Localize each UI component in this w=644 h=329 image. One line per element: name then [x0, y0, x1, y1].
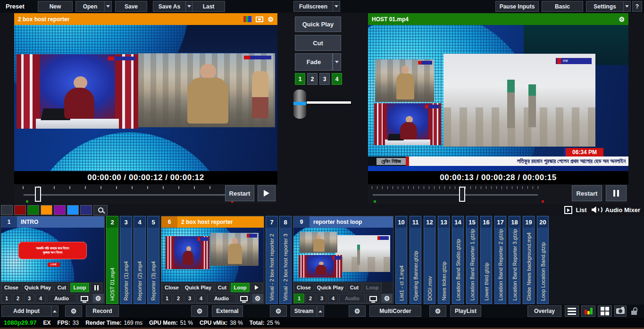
basic-button[interactable]: Basic [542, 1, 583, 12]
input-panel-6[interactable]: 6 2 box host reporter Close Quick Play C… [161, 216, 264, 304]
add-input-button[interactable]: Add Input [1, 305, 51, 317]
t-bar-track[interactable] [306, 101, 351, 104]
swatch-purple[interactable] [54, 205, 66, 215]
search-button[interactable] [93, 205, 108, 215]
overlay-2-button[interactable]: 2 [13, 294, 23, 303]
fade-dropdown[interactable] [333, 53, 341, 71]
multicorder-button[interactable]: MultiCorder [369, 305, 421, 317]
loop-button[interactable]: Loop [70, 283, 89, 292]
input-strip-10[interactable]: 10 List1 - ct 1.mp4 [395, 216, 407, 304]
overlay-3-button[interactable]: 3 [184, 294, 195, 303]
cut-button[interactable]: Cut [215, 283, 230, 292]
input-strip-7[interactable]: 7 Virtual - 2 box host reporter 2 [266, 216, 278, 304]
input-strip-17[interactable]: 17 Location Band Reporter 2.gtzip [494, 216, 506, 304]
help-button[interactable]: ? [632, 1, 642, 12]
fullscreen-output-button[interactable] [366, 294, 380, 303]
input-panel-1[interactable]: 1 INTRO সরকারি গাড়ি ব্যবহার করে নিতেন প… [0, 216, 105, 304]
program-seek-handle[interactable] [459, 187, 465, 202]
preview-restart-button[interactable]: Restart [225, 185, 254, 201]
save-as-button[interactable]: Save As [153, 1, 186, 12]
input-strip-3[interactable]: 3 Reporter (1).mp4 [120, 216, 132, 304]
settings-button[interactable]: ⚙ [92, 294, 104, 303]
program-pause-button[interactable] [606, 185, 627, 201]
input-strip-15[interactable]: 15 Location Band Reporter 1.gtzip [466, 216, 478, 304]
input-strip-16[interactable]: 16 Lower third.gtzip [480, 216, 492, 304]
transition-3-button[interactable]: 3 [319, 73, 330, 85]
open-dropdown[interactable] [105, 1, 112, 12]
audio-button[interactable]: Audio [339, 294, 365, 303]
audio-button[interactable]: Audio [207, 294, 236, 303]
lock-button[interactable] [629, 305, 640, 317]
menu-button[interactable] [565, 305, 579, 317]
input-strip-12[interactable]: 12 DOGI.mov [424, 216, 435, 304]
overlay-2-button[interactable]: 2 [305, 294, 316, 303]
fullscreen-dropdown[interactable] [333, 1, 340, 12]
input-strip-13[interactable]: 13 News ticker.gtzip [438, 216, 450, 304]
input-strip-11[interactable]: 11 Opening Banner.gtzip [410, 216, 421, 304]
swatch-none[interactable] [1, 205, 13, 215]
overlay-1-button[interactable]: 1 [294, 294, 304, 303]
stream-dropdown[interactable] [317, 305, 324, 317]
snapshot-button[interactable] [614, 305, 627, 317]
input-strip-14[interactable]: 14 Location Band Studio.gtzip [452, 216, 464, 304]
pause-button[interactable] [90, 283, 102, 292]
t-bar-handle[interactable] [293, 90, 306, 119]
overlay-4-button[interactable]: 4 [35, 294, 46, 303]
cut-button[interactable]: Cut [347, 283, 362, 292]
input-strip-4[interactable]: 4 Reporter (2).mp4 [134, 216, 146, 304]
fullscreen-button[interactable]: Fullscreen [293, 1, 333, 12]
input-strip-8[interactable]: 8 Virtual - 2 box host reporter 3 [279, 216, 292, 304]
gear-icon[interactable]: ⚙ [268, 16, 274, 23]
input-strip-2[interactable]: 2 HOST 01.mp4 [106, 216, 118, 304]
close-button[interactable]: Close [1, 283, 21, 292]
preview-video[interactable] [14, 25, 277, 171]
settings-button[interactable]: ⚙ [381, 294, 393, 303]
external-settings-button[interactable]: ⚙ [191, 305, 208, 317]
quick-play-button[interactable]: Quick Play [22, 283, 53, 292]
multicorder-settings-button[interactable]: ⚙ [349, 305, 366, 317]
last-button[interactable]: Last [192, 1, 225, 12]
list-button[interactable]: List [564, 206, 586, 214]
input-9-thumbnail[interactable] [293, 228, 393, 282]
preview-seek-handle[interactable] [35, 187, 41, 202]
program-video[interactable]: ঢাকা 06:34 PM ব্রেকিং নিউজ লতিফুর রহমান … [368, 25, 628, 171]
overlay-3-button[interactable]: 3 [317, 294, 327, 303]
preview-play-button[interactable] [258, 185, 276, 201]
pause-inputs-button[interactable]: Pause Inputs [495, 1, 539, 12]
stream-button[interactable]: Stream [291, 305, 317, 317]
preview-seek-track[interactable] [24, 194, 230, 196]
swatch-orange[interactable] [41, 205, 52, 215]
playlist-settings-button[interactable]: ⚙ [429, 305, 446, 317]
fade-button[interactable]: Fade [295, 53, 333, 71]
add-input-dropdown[interactable] [51, 305, 59, 317]
input-strip-18[interactable]: 18 Location Band Reporter 3.gtzip [509, 216, 520, 304]
color-bars-icon[interactable] [243, 16, 251, 22]
transition-1-button[interactable]: 1 [295, 73, 305, 85]
overlay-4-button[interactable]: 4 [328, 294, 338, 303]
stream-settings-button[interactable]: ⚙ [270, 305, 287, 317]
input-strip-5[interactable]: 5 Reporter (3).mp4 [147, 216, 159, 304]
overlay-4-button[interactable]: 4 [196, 294, 206, 303]
external-button[interactable]: External [212, 305, 243, 317]
gear-icon[interactable]: ⚙ [619, 16, 625, 23]
input-1-thumbnail[interactable]: সরকারি গাড়ি ব্যবহার করে নিতেন পুরস্কার … [1, 228, 104, 282]
swatch-blue[interactable] [67, 205, 79, 215]
program-restart-button[interactable]: Restart [572, 185, 602, 201]
transition-2-button[interactable]: 2 [307, 73, 318, 85]
audio-levels-button[interactable] [581, 305, 595, 317]
input-6-thumbnail[interactable] [161, 228, 264, 282]
overlay-2-button[interactable]: 2 [173, 294, 184, 303]
quick-play-button[interactable]: Quick Play [295, 16, 341, 32]
fullscreen-preview-icon[interactable] [256, 16, 263, 22]
overlay-3-button[interactable]: 3 [24, 294, 34, 303]
input-strip-19[interactable]: 19 Globe News background.mp4 [523, 216, 535, 304]
overlay-1-button[interactable]: 1 [1, 294, 12, 303]
swatch-navy[interactable] [80, 205, 92, 215]
quick-play-button[interactable]: Quick Play [183, 283, 214, 292]
audio-mixer-button[interactable]: Audio Mixer [592, 206, 640, 214]
record-settings-button[interactable]: ⚙ [65, 305, 82, 317]
swatch-red[interactable] [14, 205, 26, 215]
save-button[interactable]: Save [115, 1, 147, 12]
loop-button[interactable]: Loop [231, 283, 250, 292]
new-button[interactable]: New [38, 1, 73, 12]
